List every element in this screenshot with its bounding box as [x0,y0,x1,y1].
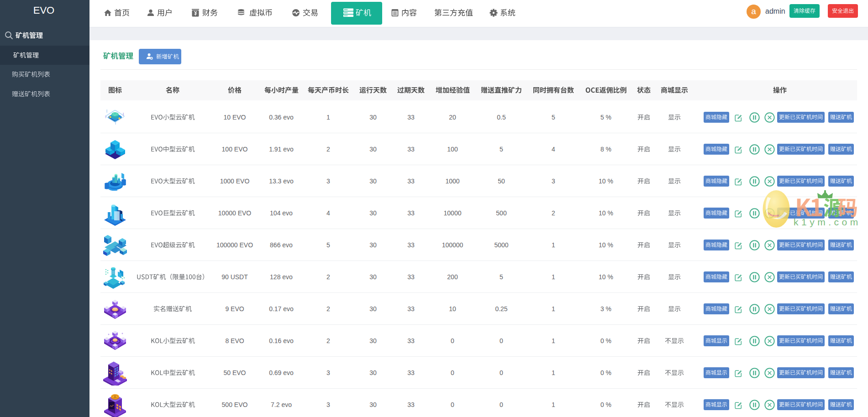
svg-text:B: B [114,395,116,398]
